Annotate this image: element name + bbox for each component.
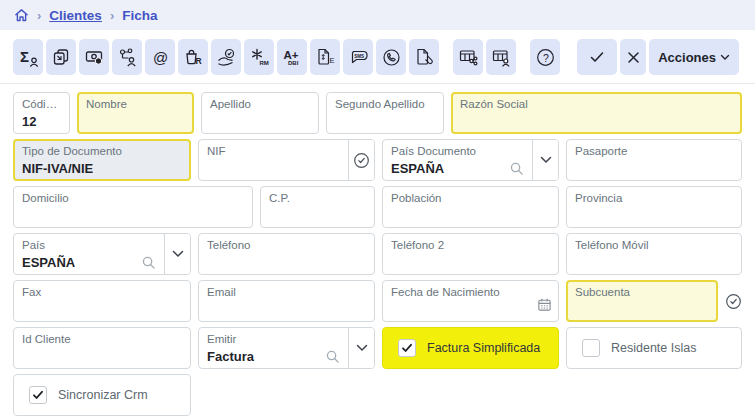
actions-button-label: Acciones <box>658 50 716 65</box>
provincia-label: Provincia <box>575 192 733 206</box>
subcuenta-field[interactable]: Subcuenta <box>566 280 718 322</box>
emitir-label: Emitir <box>207 333 340 347</box>
at-sign-icon: @ <box>150 47 171 68</box>
chevron-down-icon <box>356 344 368 352</box>
poblacion-field[interactable]: Población <box>382 186 559 228</box>
nif-field[interactable]: NIF <box>198 139 375 181</box>
question-circle-icon: ? <box>535 47 556 68</box>
document-paperclip-icon <box>414 47 435 68</box>
hand-coin-button[interactable] <box>211 39 241 75</box>
document-e-icon: E <box>315 47 336 68</box>
email-button[interactable]: @ <box>145 39 175 75</box>
related-clients-button[interactable] <box>112 39 142 75</box>
fecha-nacimiento-field[interactable]: Fecha de Nacimiento <box>382 280 559 322</box>
provincia-field[interactable]: Provincia <box>566 186 742 228</box>
breadcrumb-link-clientes[interactable]: Clientes <box>49 8 102 23</box>
apellido-field[interactable]: Apellido <box>201 92 319 134</box>
whatsapp-icon <box>381 47 402 68</box>
pasaporte-field[interactable]: Pasaporte <box>566 139 742 181</box>
emitir-dropdown-button[interactable] <box>348 328 374 368</box>
segundo-apellido-label: Segundo Apellido <box>335 98 435 112</box>
cp-field[interactable]: C.P. <box>260 186 375 228</box>
fax-field[interactable]: Fax <box>13 280 191 322</box>
summary-button[interactable]: Σ <box>13 39 43 75</box>
pais-documento-field[interactable]: País Documento ESPAÑA <box>382 139 559 181</box>
checkmark-icon <box>32 389 44 401</box>
a-plus-dbi-icon: A+ DBI <box>281 47 303 68</box>
emitir-input[interactable]: Emitir Factura <box>199 328 348 368</box>
codigo-label: Código ... <box>22 98 61 112</box>
svg-text:Σ: Σ <box>20 48 29 65</box>
razon-social-label: Razón Social <box>460 98 733 112</box>
form-row-5: Fax Email Fecha de Nacimiento Subcuenta <box>13 280 742 322</box>
nombre-field[interactable]: Nombre <box>77 92 194 134</box>
search-icon <box>141 255 156 270</box>
sincronizar-crm-label: Sincronizar Crm <box>58 388 148 402</box>
whatsapp-button[interactable] <box>376 39 406 75</box>
id-cliente-field[interactable]: Id Cliente <box>13 327 191 369</box>
telefono-movil-label: Teléfono Móvil <box>575 239 733 253</box>
id-cliente-label: Id Cliente <box>22 333 182 347</box>
form-row-6: Id Cliente Emitir Factura <box>13 327 742 369</box>
e-invoice-button[interactable]: E <box>310 39 340 75</box>
table-person-button[interactable] <box>486 39 516 75</box>
sincronizar-crm-field[interactable]: Sincronizar Crm <box>13 374 191 416</box>
purchases-button[interactable]: R <box>178 39 208 75</box>
telefono-movil-field[interactable]: Teléfono Móvil <box>566 233 742 275</box>
table-person-icon <box>491 47 512 68</box>
emitir-field[interactable]: Emitir Factura <box>198 327 375 369</box>
attachments-button[interactable] <box>409 39 439 75</box>
cancel-button[interactable] <box>620 39 646 75</box>
sms-button[interactable]: SMS <box>343 39 373 75</box>
pais-dropdown-button[interactable] <box>164 234 190 274</box>
rm-button[interactable]: RM <box>244 39 274 75</box>
calendar-icon[interactable] <box>537 297 552 316</box>
residente-islas-field[interactable]: Residente Islas <box>566 327 742 369</box>
search-icon <box>509 161 524 176</box>
confirm-button[interactable] <box>577 39 617 75</box>
fax-label: Fax <box>22 286 182 300</box>
table-share-button[interactable] <box>453 39 483 75</box>
nif-validate-button[interactable] <box>348 140 374 180</box>
shopping-bag-r-icon: R <box>183 47 204 68</box>
client-form: Código ... 12 Nombre Apellido Segundo Ap… <box>0 84 755 416</box>
nombre-label: Nombre <box>86 98 185 112</box>
codigo-field[interactable]: Código ... 12 <box>13 92 70 134</box>
apellido-label: Apellido <box>210 98 310 112</box>
close-icon <box>627 51 640 64</box>
pais-input[interactable]: País ESPAÑA <box>14 234 164 274</box>
segundo-apellido-field[interactable]: Segundo Apellido <box>326 92 444 134</box>
factura-simplificada-checkbox[interactable] <box>398 339 416 357</box>
subcuenta-label: Subcuenta <box>575 286 709 300</box>
actions-button[interactable]: Acciones <box>649 39 739 75</box>
cp-label: C.P. <box>269 192 366 206</box>
email-label: Email <box>207 286 366 300</box>
residente-islas-label: Residente Islas <box>611 341 696 355</box>
check-icon <box>589 49 605 65</box>
help-button[interactable]: ? <box>530 39 560 75</box>
duplicate-button[interactable] <box>46 39 76 75</box>
checkmark-icon <box>401 342 413 354</box>
nif-input[interactable]: NIF <box>199 140 348 180</box>
svg-text:A+: A+ <box>284 48 299 60</box>
dbi-button[interactable]: A+ DBI <box>277 39 307 75</box>
email-field[interactable]: Email <box>198 280 375 322</box>
nif-label: NIF <box>207 145 340 159</box>
pais-documento-input[interactable]: País Documento ESPAÑA <box>383 140 532 180</box>
telefono-field[interactable]: Teléfono <box>198 233 375 275</box>
tipo-documento-field[interactable]: Tipo de Documento NIF-IVA/NIE <box>13 139 191 181</box>
razon-social-field[interactable]: Razón Social <box>451 92 742 134</box>
domicilio-field[interactable]: Domicilio <box>13 186 253 228</box>
pais-documento-dropdown-button[interactable] <box>532 140 558 180</box>
sincronizar-crm-checkbox[interactable] <box>29 386 47 404</box>
client-form-page: › Clientes › Ficha Σ <box>0 0 755 416</box>
factura-simplificada-field[interactable]: Factura Simplificada <box>382 327 559 369</box>
home-icon[interactable] <box>14 8 29 23</box>
codigo-value: 12 <box>22 114 61 130</box>
residente-islas-checkbox[interactable] <box>582 339 600 357</box>
pais-field[interactable]: País ESPAÑA <box>13 233 191 275</box>
subcuenta-validate-button[interactable] <box>725 280 742 322</box>
breadcrumb: › Clientes › Ficha <box>0 0 755 30</box>
payments-button[interactable] <box>79 39 109 75</box>
telefono2-field[interactable]: Teléfono 2 <box>382 233 559 275</box>
